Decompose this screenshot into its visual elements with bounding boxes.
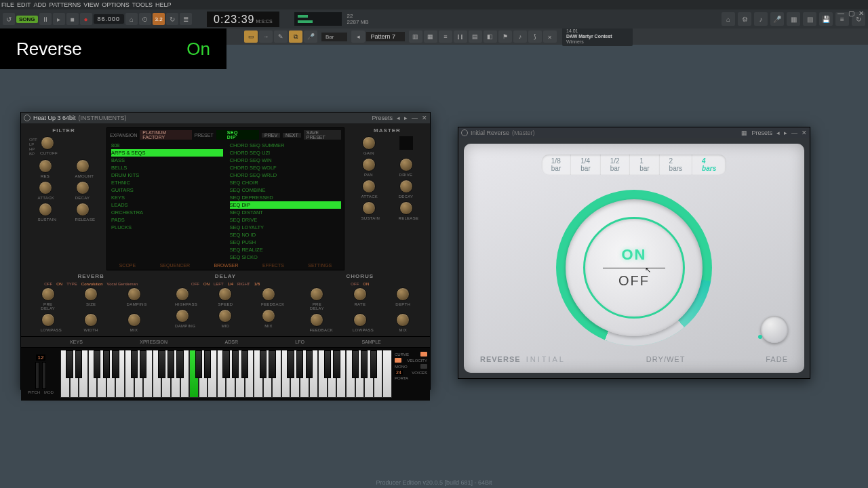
tab-adsr[interactable]: ADSR <box>225 340 238 344</box>
panel-icon-5[interactable]: ▦ <box>787 12 800 26</box>
preset-item[interactable]: CHORD SEQ WRLD <box>230 171 344 179</box>
panel-icon-2[interactable]: ⚙ <box>738 12 751 26</box>
stop-button[interactable]: ■ <box>66 13 79 25</box>
menu-edit[interactable]: EDIT <box>17 1 31 8</box>
preset-item[interactable]: SEQ PUSH <box>230 239 344 246</box>
feedback-knob[interactable]: FEEDBACK <box>309 313 324 332</box>
next-button[interactable]: NEXT <box>283 133 301 138</box>
mod-wheel[interactable] <box>42 362 46 389</box>
category-item[interactable]: 808 <box>111 142 226 149</box>
time-display[interactable]: 0:23:39M:S:CS <box>207 12 279 27</box>
bar-option[interactable]: 4 bars <box>692 155 726 175</box>
resonance-knob[interactable]: RES <box>38 159 53 178</box>
category-item[interactable]: PADS <box>111 216 226 224</box>
menu-add[interactable]: ADD <box>34 1 47 8</box>
master-release-knob[interactable]: RELEASE <box>399 201 414 220</box>
next-preset-icon[interactable]: ▸ <box>404 115 408 121</box>
menu-view[interactable]: VIEW <box>83 1 99 8</box>
song-mode-button[interactable]: SONG <box>16 16 38 23</box>
play-button[interactable]: ▸ <box>53 13 65 25</box>
view-tempo-icon[interactable]: ♪ <box>513 30 527 43</box>
prev-button[interactable]: PREV <box>262 133 280 138</box>
bar-option[interactable]: 1/8 bar <box>542 155 571 175</box>
preset-list[interactable]: CHORD SEQ SUMMERCHORD SEQ UZICHORD SEQ W… <box>226 142 344 261</box>
tool-paint-icon[interactable]: → <box>259 30 273 43</box>
depth-knob[interactable]: DEPTH <box>395 287 410 310</box>
preset-item[interactable]: SEQ DISTANT <box>230 209 344 216</box>
damping-knob[interactable]: DAMPING <box>127 287 142 310</box>
view-mixer-icon[interactable]: ⫿⫿ <box>454 30 467 43</box>
grid-icon[interactable]: ▦ <box>741 129 747 136</box>
minimize-icon[interactable]: — <box>791 129 797 136</box>
record-button[interactable]: ● <box>80 13 92 25</box>
tab-settings[interactable]: SETTINGS <box>308 263 332 268</box>
loop-icon[interactable]: ↻ <box>166 13 178 25</box>
preset-item[interactable]: CHORD SEQ WOLF <box>230 164 344 171</box>
bar-option[interactable]: 1/4 bar <box>571 155 600 175</box>
panel-icon-3[interactable]: ♪ <box>754 12 768 26</box>
pre-delay-knob[interactable]: PRE DELAY <box>41 287 56 310</box>
tab-xpression[interactable]: XPRESSION <box>140 340 167 344</box>
filter-release-knob[interactable]: RELEASE <box>75 203 90 222</box>
category-item[interactable]: BELLS <box>111 164 226 171</box>
mid-knob[interactable]: MID <box>218 309 233 328</box>
preset-item[interactable]: CHORD SEQ UZI <box>230 149 344 157</box>
speed-knob[interactable]: SPEED <box>218 287 233 306</box>
category-item[interactable]: GUITARS <box>111 186 226 194</box>
view-stepseq-icon[interactable]: ▦ <box>424 30 437 43</box>
presets-label[interactable]: Presets <box>751 129 772 136</box>
rate-knob[interactable]: RATE <box>353 287 368 310</box>
preset-item[interactable]: SEQ LOYALTY <box>230 224 344 231</box>
view-pianoroll-icon[interactable]: ≡ <box>439 30 452 43</box>
preset-item[interactable]: SEQ SICKO <box>230 253 344 261</box>
pattern-prev-icon[interactable]: ◂ <box>351 30 365 43</box>
presets-label[interactable]: Presets <box>372 115 393 121</box>
minimize-button[interactable]: — <box>837 9 844 17</box>
master-decay-knob[interactable]: DECAY <box>399 180 414 199</box>
highpass-knob[interactable]: HIGHPASS <box>175 287 190 306</box>
lowpass-knob[interactable]: LOWPASS <box>353 313 368 332</box>
menu-tools[interactable]: TOOLS <box>132 1 153 8</box>
mix-knob[interactable]: MIX <box>261 309 276 328</box>
tool-mic-icon[interactable]: 🎤 <box>304 30 317 43</box>
filter-attack-knob[interactable]: ATTACK <box>38 181 53 200</box>
preset-item[interactable]: CHORD SEQ SUMMER <box>230 142 344 149</box>
view-playlist-icon[interactable]: ▥ <box>409 30 422 43</box>
step-icon[interactable]: ≣ <box>180 13 192 25</box>
size-knob[interactable]: SIZE <box>83 287 98 310</box>
prev-preset-icon[interactable]: ◂ <box>776 129 780 136</box>
next-preset-icon[interactable]: ▸ <box>784 129 787 136</box>
panel-icon-6[interactable]: ▤ <box>803 12 816 26</box>
panel-icon-1[interactable]: ⌂ <box>722 12 735 26</box>
preset-item[interactable]: SEQ NO ID <box>230 231 344 239</box>
close-icon[interactable]: ✕ <box>422 115 427 121</box>
view-close-icon[interactable]: ⨉ <box>543 30 557 43</box>
tab-lfo[interactable]: LFO <box>295 340 304 344</box>
save-preset-button[interactable]: SAVE PRESET <box>304 130 341 140</box>
master-sustain-knob[interactable]: SUSTAIN <box>361 201 376 220</box>
voices-value[interactable]: 24 <box>395 370 403 375</box>
mix-knob[interactable]: MIX <box>395 313 410 332</box>
undo-history-icon[interactable]: ↺ <box>3 13 15 25</box>
pattern-selector[interactable]: Pattern 7 <box>366 32 405 41</box>
filter-sustain-knob[interactable]: SUSTAIN <box>38 203 53 222</box>
category-item[interactable]: ARPS & SEQS <box>111 149 223 157</box>
category-item[interactable]: ORCHESTRA <box>111 209 226 216</box>
category-item[interactable]: LEADS <box>111 201 226 209</box>
mix-knob[interactable]: MIX <box>127 313 142 332</box>
view-browser-icon[interactable]: ▤ <box>469 30 482 43</box>
minimize-icon[interactable]: — <box>412 115 418 121</box>
tool-brush-icon[interactable]: ✎ <box>274 30 288 43</box>
category-item[interactable]: ETHNIC <box>111 179 226 186</box>
pitch-wheel[interactable] <box>35 362 39 389</box>
drywet-knob[interactable]: ON OFF ↖ <box>556 190 712 346</box>
category-item[interactable]: BASS <box>111 157 226 164</box>
menu-patterns[interactable]: PATTERNS <box>50 1 81 8</box>
amount-knob[interactable]: AMOUNT <box>75 159 90 178</box>
preset-item[interactable]: SEQ DRIVE <box>230 216 344 224</box>
menu-file[interactable]: FILE <box>1 1 14 8</box>
preset-name-display[interactable]: SEQ DIP <box>216 130 259 140</box>
lowpass-knob[interactable]: LOWPASS <box>41 313 56 332</box>
prev-preset-icon[interactable]: ◂ <box>397 115 400 121</box>
cutoff-knob[interactable]: CUTOFF <box>40 136 55 159</box>
